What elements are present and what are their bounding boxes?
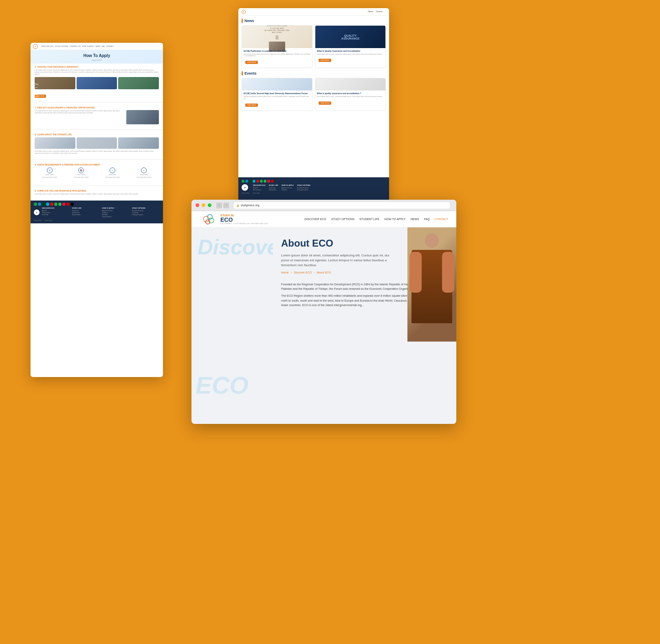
w1-nav-discover[interactable]: DISCOVER ECO bbox=[41, 45, 54, 47]
w2-read-btn-2[interactable]: READ MORE bbox=[319, 59, 331, 62]
w1-step3-title: 3 LEARN ABOUT THE STUDENT LIFE bbox=[35, 133, 159, 136]
w1-discover-btn[interactable]: DISCOVER bbox=[35, 95, 46, 98]
w2-flag-kg bbox=[267, 180, 270, 183]
w3-nav-news[interactable]: NEWS bbox=[411, 218, 419, 221]
w1-step5-title: 5 COMPLETE VISA AND INSURANCE PROCEDURES bbox=[35, 190, 159, 192]
w2-events-title: Events bbox=[242, 71, 386, 75]
w1-footer-logo: ★ bbox=[34, 207, 40, 218]
w2-flag-tr bbox=[256, 180, 259, 183]
w2-event-body-1: ECOE| holds Second High level University… bbox=[242, 90, 312, 108]
w1-hero-title: How To Apply bbox=[35, 53, 159, 58]
w3-nav-contact[interactable]: CONTACT bbox=[435, 218, 448, 221]
w1-icon-check2: ✓ CHECK REQ. Lorem ipsum dolor sit amet bbox=[129, 168, 159, 180]
w2-nav-items: News Events bbox=[365, 8, 386, 15]
w2-fcol-discover: DISCOVER ECO About Us ECO Countries bbox=[253, 184, 266, 191]
w3-body: Discover ECO About ECO Lorem ipsum dolor… bbox=[191, 227, 456, 424]
w3-right-panel: About ECO Lorem ipsum dolor sit amet, co… bbox=[273, 227, 456, 424]
w1-step4-title: 4 CHECK REQUIREMENTS & PREPARE APPLICATI… bbox=[35, 163, 159, 166]
w3-url-bar[interactable]: 🔒 studyineco.org bbox=[234, 202, 450, 209]
w3-btn-close[interactable] bbox=[196, 203, 199, 207]
w1-step3-images bbox=[35, 137, 159, 149]
w1-step5-text: Lorem ipsum dolor sit amet, consectetur … bbox=[35, 193, 159, 195]
w1-section-3: 3 LEARN ABOUT THE STUDENT LIFE Lorem ips… bbox=[31, 131, 163, 158]
w1-fcol-apply: HOW TO APPLY Application Process Guideli… bbox=[102, 207, 130, 218]
w3-btn-maximize[interactable] bbox=[208, 203, 211, 207]
w2-logo: ★ bbox=[242, 10, 246, 14]
w1-section-4: 4 CHECK REQUIREMENTS & PREPARE APPLICATI… bbox=[31, 161, 163, 183]
w2-news-img-blue: QUALITYASSURANCE bbox=[315, 26, 385, 48]
w2-event-card-1: ECOE| holds Second High level University… bbox=[242, 78, 312, 110]
w1-divider2 bbox=[31, 129, 163, 130]
w1-divider4 bbox=[31, 185, 163, 186]
w3-forward-btn[interactable]: › bbox=[223, 203, 229, 208]
w3-navbar: STUDY IN ECO ECONOMIC COOPERATION ORGANI… bbox=[191, 211, 456, 227]
w2-flag-kz bbox=[253, 180, 255, 183]
w1-fcol-options: STUDY OPTIONS Accredited Programs Schola… bbox=[132, 207, 160, 218]
w2-news-card-2: QUALITYASSURANCE What is Quality Assuran… bbox=[315, 25, 386, 68]
w3-discover-decoration: Discover bbox=[198, 236, 273, 259]
w3-nav-apply[interactable]: HOW TO APPLY bbox=[385, 218, 406, 221]
w1-nav-student[interactable]: STUDENT LIFE bbox=[69, 45, 81, 47]
w1-icon-living: $ LIVING COSTS Lorem ipsum dolor sit ame… bbox=[35, 168, 64, 180]
w3-nav-arrows: ‹ › bbox=[216, 203, 229, 208]
w2-footer-logo: ★ bbox=[242, 184, 248, 191]
w1-footer-cols: ★ DISCOVER ECO About Us ECO Countries EC… bbox=[34, 207, 160, 218]
window1-navbar: ★ DISCOVER ECO STUDY OPTIONS STUDENT LIF… bbox=[31, 43, 163, 50]
w2-news-card-1: CONNECTIVITIES ANDCOMMON LEGACIES IN CEN… bbox=[242, 25, 312, 68]
w1-divider1 bbox=[31, 102, 163, 103]
w2-footer-privacy: Privacy Policy Cookie Policy bbox=[242, 192, 386, 194]
w3-nav-study[interactable]: STUDY OPTIONS bbox=[331, 218, 354, 221]
w3-btn-minimize[interactable] bbox=[202, 203, 205, 207]
w2-nav-events[interactable]: Events bbox=[376, 10, 383, 13]
w1-nav-apply[interactable]: HOW TO APPLY bbox=[82, 45, 95, 47]
w2-footer-cols: ★ DISCOVER ECO About Us ECO Countries ST… bbox=[242, 184, 386, 191]
eco-logo-mini: ★ bbox=[33, 44, 38, 49]
w2-fcol-apply: HOW TO APPLY Application Process Guideli… bbox=[282, 184, 294, 191]
w2-news-body-1: ECOE| Publication is available for downl… bbox=[242, 48, 312, 66]
w3-nav-faq[interactable]: FAQ bbox=[424, 218, 430, 221]
w3-eco-decoration: ECO bbox=[196, 371, 249, 399]
w2-nav-news[interactable]: News bbox=[368, 10, 373, 13]
w2-flag-tm bbox=[264, 180, 266, 183]
flag-az bbox=[38, 203, 41, 206]
w1-section-1: 1 CHOOSE YOUR PROGRAM & UNIVERSITY Lorem… bbox=[31, 64, 163, 101]
w2-fcol-options: STUDY OPTIONS Accredited Programs Exchan… bbox=[297, 184, 310, 191]
eco-logo-text: STUDY IN ECO ECONOMIC COOPERATION ORGANI… bbox=[220, 214, 268, 225]
w3-nav-discover[interactable]: DISCOVER ECO bbox=[304, 218, 326, 221]
w3-logo: STUDY IN ECO ECONOMIC COOPERATION ORGANI… bbox=[200, 212, 268, 226]
w1-nav-links: DISCOVER ECO STUDY OPTIONS STUDENT LIFE … bbox=[41, 45, 114, 47]
w2-event-img-2 bbox=[315, 78, 385, 90]
w1-fcol-discover: DISCOVER ECO About Us ECO Countries ECO … bbox=[42, 207, 70, 218]
w1-section-2: 2 FIND OUT SCHOLARSHIPS & FINANCING OPPO… bbox=[31, 104, 163, 128]
window3-about-eco: ‹ › 🔒 studyineco.org STUDY IN ECO ECONOM… bbox=[191, 200, 456, 424]
w1-step4-icons: $ LIVING COSTS Lorem ipsum dolor sit ame… bbox=[35, 168, 159, 180]
w1-hero-subtitle: Study In ECO bbox=[35, 59, 159, 61]
w2-event-btn-1[interactable]: READ MORE bbox=[245, 104, 258, 107]
flag-tj bbox=[66, 203, 70, 206]
w1-step1-title: 1 CHOOSE YOUR PROGRAM & UNIVERSITY bbox=[35, 66, 159, 68]
w3-person-photo bbox=[407, 227, 456, 342]
w3-about-description: Lorem ipsum dolor sit amet, consectetur … bbox=[281, 253, 395, 268]
flag-af bbox=[70, 203, 74, 206]
w3-nav-student[interactable]: STUDENT LIFE bbox=[359, 218, 380, 221]
w2-events-grid: ECOE| holds Second High level University… bbox=[242, 78, 386, 110]
w2-news-title: News bbox=[242, 19, 386, 23]
w1-nav-contact[interactable]: CONTACT bbox=[106, 45, 114, 47]
w3-back-btn[interactable]: ‹ bbox=[216, 203, 222, 208]
w1-step1-images bbox=[35, 77, 159, 89]
w1-nav-news[interactable]: NEWS bbox=[95, 45, 100, 47]
w2-event-btn-2[interactable]: READ MORE bbox=[319, 101, 331, 105]
w1-nav-study[interactable]: STUDY OPTIONS bbox=[55, 45, 68, 47]
flag-iran bbox=[34, 203, 37, 206]
w2-flag-pk bbox=[249, 180, 252, 183]
w2-flag-ir bbox=[242, 180, 244, 183]
eco-logo-svg bbox=[200, 212, 218, 226]
w1-nav-faq[interactable]: FAQ bbox=[101, 45, 105, 47]
w2-event-body-2: What is quality assurance and accreditat… bbox=[315, 90, 385, 106]
window1-how-to-apply: ★ DISCOVER ECO STUDY OPTIONS STUDENT LIF… bbox=[31, 43, 163, 377]
w1-img-building3 bbox=[118, 77, 159, 89]
w2-read-btn-1[interactable]: READ MORE bbox=[245, 61, 258, 64]
flag-uz bbox=[54, 203, 57, 206]
flag-kg bbox=[62, 203, 66, 206]
w3-nav-items: DISCOVER ECO STUDY OPTIONS STUDENT LIFE … bbox=[304, 218, 448, 221]
